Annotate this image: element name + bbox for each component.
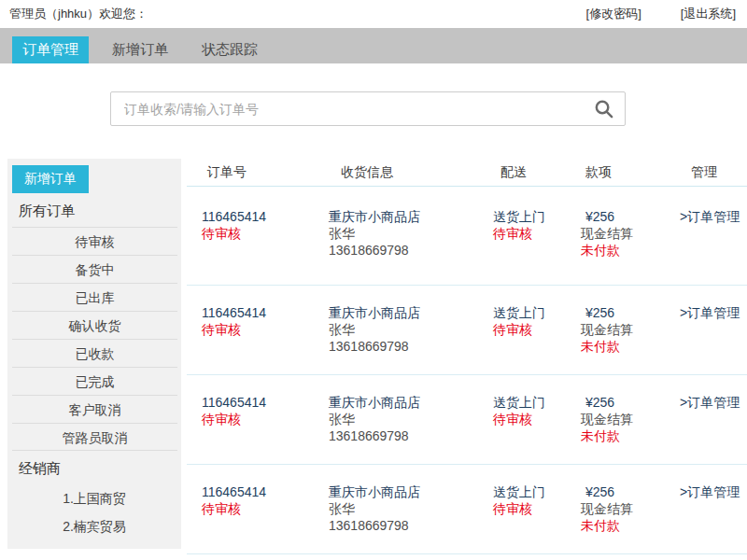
receiver-phone: 13618669798 [329,338,493,355]
sidebar-item-shipped[interactable]: 已出库 [12,283,177,311]
manage-cell: >订单管理 [674,304,747,374]
welcome-text: 管理员（jhhku）欢迎您： [9,6,148,22]
order-amount: ¥256 [581,483,674,500]
receiver-name: 张华 [329,500,493,517]
col-payment: 款项 [581,164,674,181]
manage-cell: >订单管理 [674,208,747,285]
tab-status-tracking[interactable]: 状态跟踪 [191,36,268,63]
order-status: 待审核 [202,321,329,338]
order-table: 订单号 收货信息 配送 款项 管理 116465414 待审核 重庆市小商品店 … [187,159,747,554]
nav-bar: 订单管理 新增订单 状态跟踪 [0,28,747,63]
payment-method: 现金结算 [581,225,674,242]
order-cell: 116465414 待审核 [202,208,329,285]
receiver-store: 重庆市小商品店 [329,394,493,411]
delivery-method: 送货上门 [493,394,581,411]
manage-cell: >订单管理 [674,483,747,553]
new-order-button[interactable]: 新增订单 [12,165,89,193]
receiver-cell: 重庆市小商品店 张华 13618669798 [329,394,493,464]
receiver-phone: 13618669798 [329,427,493,444]
tab-order-management[interactable]: 订单管理 [12,36,89,63]
payment-method: 现金结算 [581,500,674,517]
delivery-method: 送货上门 [493,208,581,225]
logout-link[interactable]: [退出系统] [681,6,736,22]
receiver-name: 张华 [329,225,493,242]
delivery-method: 送货上门 [493,304,581,321]
sidebar: 新增订单 所有订单 待审核 备货中 已出库 确认收货 已收款 已完成 客户取消 … [7,159,181,549]
search-input[interactable] [111,102,593,117]
delivery-status: 待审核 [493,225,581,242]
manage-cell: >订单管理 [674,394,747,464]
payment-status: 未付款 [581,338,674,355]
order-cell: 116465414 待审核 [202,394,329,464]
order-status: 待审核 [202,225,329,242]
payment-cell: ¥256 现金结算 未付款 [581,483,674,553]
order-status: 待审核 [202,500,329,517]
payment-status: 未付款 [581,517,674,534]
payment-cell: ¥256 现金结算 未付款 [581,394,674,464]
order-cell: 116465414 待审核 [202,483,329,553]
delivery-cell: 送货上门 待审核 [493,394,581,464]
col-order-no: 订单号 [202,164,329,181]
payment-method: 现金结算 [581,321,674,338]
delivery-status: 待审核 [493,321,581,338]
table-row: 116465414 待审核 重庆市小商品店 张华 13618669798 送货上… [187,187,747,286]
table-row: 116465414 待审核 重庆市小商品店 张华 13618669798 送货上… [187,465,747,554]
order-amount: ¥256 [581,394,674,411]
sidebar-item-admin-cancelled[interactable]: 管路员取消 [12,423,177,451]
order-number: 116465414 [202,483,329,500]
dealer-header: 经销商 [19,460,181,478]
receiver-phone: 13618669798 [329,242,493,259]
table-row: 116465414 待审核 重庆市小商品店 张华 13618669798 送货上… [187,286,747,375]
sidebar-item-payment-received[interactable]: 已收款 [12,339,177,367]
payment-status: 未付款 [581,242,674,259]
col-delivery: 配送 [493,164,581,181]
manage-order-link[interactable]: >订单管理 [680,484,740,499]
table-row: 116465414 待审核 重庆市小商品店 张华 13618669798 送货上… [187,375,747,465]
manage-order-link[interactable]: >订单管理 [680,305,740,320]
manage-order-link[interactable]: >订单管理 [680,209,740,224]
payment-cell: ¥256 现金结算 未付款 [581,304,674,374]
col-receiver-info: 收货信息 [329,164,493,181]
sidebar-item-customer-cancelled[interactable]: 客户取消 [12,395,177,423]
receiver-cell: 重庆市小商品店 张华 13618669798 [329,208,493,285]
order-number: 116465414 [202,208,329,225]
order-number: 116465414 [202,304,329,321]
manage-order-link[interactable]: >订单管理 [680,395,740,410]
payment-cell: ¥256 现金结算 未付款 [581,208,674,285]
receiver-store: 重庆市小商品店 [329,304,493,321]
search-icon[interactable] [593,98,614,119]
receiver-store: 重庆市小商品店 [329,483,493,500]
receiver-name: 张华 [329,411,493,427]
receiver-cell: 重庆市小商品店 张华 13618669798 [329,483,493,553]
order-status: 待审核 [202,411,329,427]
order-number: 116465414 [202,394,329,411]
topbar: 管理员（jhhku）欢迎您： [修改密码] [退出系统] [0,0,747,28]
receiver-cell: 重庆市小商品店 张华 13618669798 [329,304,493,374]
col-manage: 管理 [674,164,747,181]
table-header: 订单号 收货信息 配送 款项 管理 [187,159,747,187]
sidebar-item-completed[interactable]: 已完成 [12,367,177,395]
topbar-links: [修改密码] [退出系统] [586,6,736,22]
all-orders-header[interactable]: 所有订单 [19,203,181,220]
delivery-status: 待审核 [493,411,581,427]
order-amount: ¥256 [581,208,674,225]
sidebar-item-dealer-2[interactable]: 2.楠宾贸易 [7,512,181,540]
delivery-cell: 送货上门 待审核 [493,304,581,374]
payment-method: 现金结算 [581,411,674,427]
delivery-cell: 送货上门 待审核 [493,208,581,285]
order-search-box [110,91,626,126]
sidebar-item-pending-review[interactable]: 待审核 [12,227,177,255]
order-cell: 116465414 待审核 [202,304,329,374]
tab-new-order[interactable]: 新增订单 [102,36,178,63]
receiver-phone: 13618669798 [329,517,493,534]
change-password-link[interactable]: [修改密码] [586,6,641,22]
receiver-store: 重庆市小商品店 [329,208,493,225]
delivery-cell: 送货上门 待审核 [493,483,581,553]
sidebar-item-dealer-1[interactable]: 1.上国商贸 [7,484,181,512]
delivery-method: 送货上门 [493,483,581,500]
delivery-status: 待审核 [493,500,581,517]
sidebar-item-confirm-receipt[interactable]: 确认收货 [12,311,177,339]
payment-status: 未付款 [581,427,674,444]
sidebar-item-stocking[interactable]: 备货中 [12,255,177,283]
order-amount: ¥256 [581,304,674,321]
